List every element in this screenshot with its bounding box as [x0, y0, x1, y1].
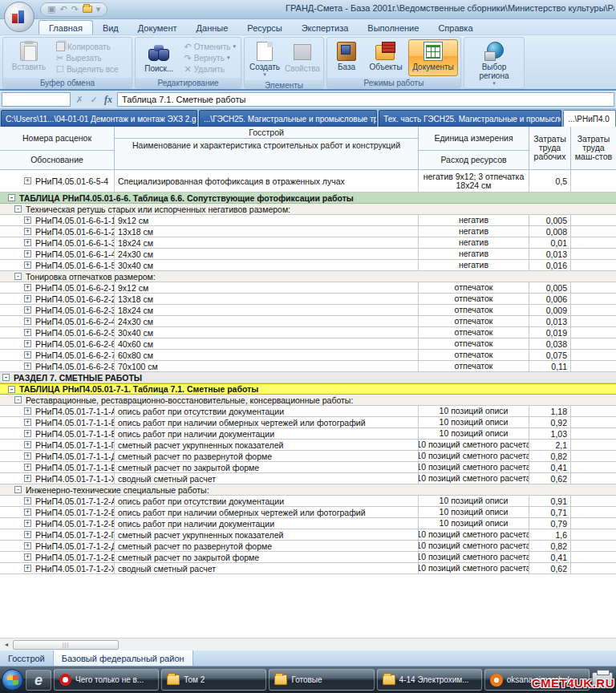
expand-icon[interactable]: +	[24, 509, 31, 516]
select-all-button[interactable]: ☐ Выделить все	[54, 63, 121, 75]
document-tab[interactable]: C:\Users\11...\04-01-01 Демонтаж и монта…	[1, 110, 197, 127]
select-region-button[interactable]: Выбор региона ▾	[468, 39, 520, 87]
create-button[interactable]: Создать ▾	[247, 39, 282, 79]
expand-icon[interactable]: +	[24, 284, 31, 291]
document-tab[interactable]: ...\РНиП4.0✗	[563, 110, 616, 127]
table-row[interactable]: +РНиП4.05.01-6-6-2-213x18 смотпечаток0,0…	[0, 294, 616, 305]
table-row[interactable]: +РНиП4.05.01-6-6-1-530x40 смнегатив0,016	[0, 260, 616, 271]
bottom-tab-gosstroy[interactable]: Госстрой	[0, 650, 53, 666]
formula-display[interactable]: Таблица 7.1. Сметные работы	[117, 92, 614, 107]
document-tab[interactable]: Тех. часть ГЭСН25. Магистральные и промы…	[379, 110, 561, 127]
expand-icon[interactable]: +	[24, 531, 31, 538]
table-row[interactable]: +РНиП4.05.01-6-6-2-760x80 смотпечаток0,0…	[0, 350, 616, 361]
table-row[interactable]: +РНиП4.05.01-7-1-1-Вопись работ при нали…	[0, 428, 616, 440]
table-row[interactable]: +РНиП4.05.01-6-6-1-19x12 смнегатив0,005	[0, 215, 616, 226]
table-row[interactable]: +РНиП4.05.01-7-1-1-Есметный расчет по за…	[0, 462, 616, 473]
objects-mode-button[interactable]: Объекты	[365, 39, 407, 76]
create-dropdown-icon[interactable]: ▾	[263, 71, 266, 78]
ribbon-tab-Вид[interactable]: Вид	[93, 21, 128, 34]
expand-icon[interactable]: +	[24, 419, 31, 426]
cut-button[interactable]: ✂ Вырезать	[54, 52, 121, 63]
delete-button[interactable]: ✕ Удалить	[182, 63, 238, 75]
group-row[interactable]: -Тонировка отпечатков размером:	[0, 271, 616, 282]
redo-button[interactable]: ↷ Вернуть ▾	[182, 52, 238, 63]
table-row[interactable]: +РНиП4.05.01-7-1-1-Жсводный сметный расч…	[0, 473, 616, 484]
table-row[interactable]: -ТАБЛИЦА РНиП4.05.01-6-6. Таблица 6.6. С…	[0, 192, 616, 204]
expand-icon[interactable]: +	[24, 542, 31, 549]
internet-explorer-button[interactable]: e	[26, 670, 51, 691]
table-row[interactable]: +РНиП4.05.01-6-6-1-424x30 смнегатив0,013	[0, 249, 616, 260]
expand-icon[interactable]: +	[24, 217, 31, 224]
table-row[interactable]: +РНиП4.05.01-6-6-1-318x24 смнегатив0,01	[0, 237, 616, 249]
expand-icon[interactable]: +	[24, 363, 31, 370]
table-row[interactable]: +РНиП4.05.01-6-6-2-424x30 смотпечаток0,0…	[0, 316, 616, 327]
group-row[interactable]: -Реставрационные, реставрационно-восстан…	[0, 395, 616, 406]
customize-quick-access-icon[interactable]: ▾	[96, 5, 101, 14]
expand-icon[interactable]: +	[24, 306, 31, 314]
select-region-dropdown-icon[interactable]: ▾	[492, 80, 496, 87]
save-icon[interactable]: ▣	[47, 5, 55, 14]
taskbar-item[interactable]: Готовые	[269, 669, 374, 691]
expand-icon[interactable]: +	[24, 351, 31, 359]
expand-icon[interactable]: +	[24, 475, 31, 482]
bottom-tab-region[interactable]: Базовый федеральный район	[53, 650, 193, 666]
collapse-icon[interactable]: -	[14, 205, 22, 213]
expand-icon[interactable]: +	[24, 497, 31, 505]
properties-button[interactable]: Свойства	[284, 39, 321, 79]
group-row[interactable]: -Техническая ретушь старых или испорченн…	[0, 204, 616, 215]
search-button[interactable]: Поиск...	[138, 39, 180, 76]
base-mode-button[interactable]: База	[330, 39, 363, 76]
ribbon-tab-Выполнение[interactable]: Выполнение	[358, 21, 428, 34]
expand-icon[interactable]: +	[24, 452, 31, 460]
taskbar-item[interactable]: 4-14 Электрохим...	[377, 669, 482, 691]
expand-icon[interactable]: +	[24, 441, 31, 448]
collapse-icon[interactable]: -	[8, 386, 15, 393]
collapse-icon[interactable]: -	[14, 396, 22, 403]
table-row[interactable]: +РНиП4.05.01-7-1-2-Есметный расчет по за…	[0, 552, 616, 563]
cell-reference-input[interactable]	[2, 92, 71, 107]
table-row[interactable]: +РНиП4.05.01-6-6-2-640x60 смотпечаток0,0…	[0, 338, 616, 350]
redo-icon[interactable]: ↷	[71, 5, 79, 14]
table-row[interactable]: +РНиП4.05.01-7-1-1-Гсметный расчет укруп…	[0, 440, 616, 451]
copy-button[interactable]: Копировать	[54, 41, 121, 52]
table-row[interactable]: +РНиП4.05.01-6-6-1-213x18 смнегатив0,008	[0, 226, 616, 237]
table-row[interactable]: +РНиП4.05.01-6-5-4Специализированная фот…	[0, 170, 616, 192]
table-row[interactable]: +РНиП4.05.01-6-6-2-530x40 смотпечаток0,0…	[0, 327, 616, 338]
expand-icon[interactable]: +	[24, 520, 31, 527]
horizontal-scrollbar[interactable]: ◂ |||	[0, 638, 616, 650]
expand-icon[interactable]: +	[24, 430, 31, 437]
expand-icon[interactable]: +	[24, 565, 31, 572]
table-row[interactable]: +РНиП4.05.01-7-1-1-Бопись работ при нали…	[0, 417, 616, 428]
table-row[interactable]: +РНиП4.05.01-7-1-2-Аопись работ при отсу…	[0, 496, 616, 507]
collapse-icon[interactable]: -	[2, 374, 10, 381]
expand-icon[interactable]: +	[24, 318, 31, 325]
table-row[interactable]: +РНиП4.05.01-6-6-2-19x12 смотпечаток0,00…	[0, 282, 616, 294]
expand-icon[interactable]: +	[24, 340, 31, 347]
group-row[interactable]: -Инженерно-технические специальные работ…	[0, 484, 616, 496]
ribbon-tab-Данные[interactable]: Данные	[187, 21, 238, 34]
expand-icon[interactable]: +	[24, 228, 31, 235]
ribbon-tab-Справка[interactable]: Справка	[428, 21, 482, 34]
app-menu-button[interactable]	[4, 2, 34, 32]
expand-icon[interactable]: +	[24, 553, 31, 561]
table-row[interactable]: +РНиП4.05.01-6-6-2-870x100 смотпечаток0,…	[0, 361, 616, 372]
table-row[interactable]: +РНиП4.05.01-7-1-2-Жсводный сметный расч…	[0, 563, 616, 574]
table-row[interactable]: -ТАБЛИЦА РНиП4.05.01-7-1. Таблица 7.1. С…	[0, 383, 616, 395]
redo-dropdown-icon[interactable]: ▾	[227, 55, 230, 61]
scrollbar-thumb[interactable]: |||	[13, 640, 119, 650]
table-row[interactable]: +РНиП4.05.01-7-1-1-Дсметный расчет по ра…	[0, 451, 616, 462]
table-row[interactable]: +РНиП4.05.01-7-1-1-Аопись работ при отсу…	[0, 406, 616, 417]
scroll-left-icon[interactable]: ◂	[0, 641, 13, 648]
collapse-icon[interactable]: -	[8, 194, 15, 201]
ribbon-tab-Экспертиза[interactable]: Экспертиза	[292, 21, 359, 34]
expand-icon[interactable]: +	[24, 407, 31, 415]
open-icon[interactable]	[83, 6, 92, 13]
expand-icon[interactable]: +	[24, 177, 31, 184]
collapse-icon[interactable]: -	[14, 273, 22, 280]
collapse-icon[interactable]: -	[14, 486, 22, 493]
expand-icon[interactable]: +	[24, 295, 31, 302]
undo-button[interactable]: ↶ Отменить ▾	[182, 41, 238, 52]
expand-icon[interactable]: +	[24, 239, 31, 246]
start-button[interactable]	[2, 669, 23, 691]
ribbon-tab-Ресурсы[interactable]: Ресурсы	[237, 21, 291, 34]
